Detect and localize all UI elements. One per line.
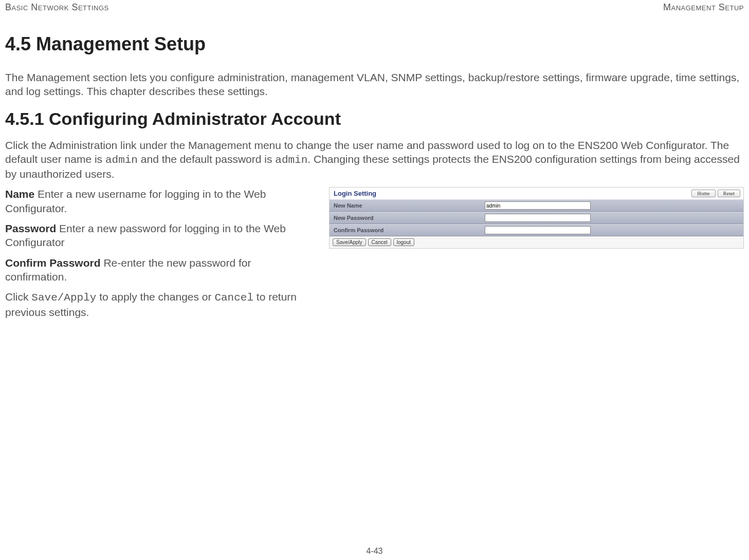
text: to apply the changes or bbox=[96, 291, 214, 303]
page-number: 4-43 bbox=[0, 547, 749, 556]
mono-text: Cancel bbox=[214, 292, 253, 304]
save-apply-button[interactable]: Save/Apply bbox=[333, 238, 366, 246]
text: and the default password is bbox=[138, 153, 275, 165]
new-password-input[interactable] bbox=[485, 214, 591, 222]
row-confirm-password: Confirm Password bbox=[330, 224, 743, 236]
term: Name bbox=[5, 188, 34, 200]
panel-title: Login Setting bbox=[334, 190, 376, 197]
label-new-password: New Password bbox=[330, 215, 483, 221]
definitions-column: Name Enter a new username for logging in… bbox=[5, 187, 314, 325]
running-header: Basic Network Settings Management Setup bbox=[5, 0, 744, 13]
apply-instruction: Click Save/Apply to apply the changes or… bbox=[5, 290, 314, 319]
row-new-password: New Password bbox=[330, 212, 743, 224]
text: Click bbox=[5, 291, 31, 303]
mono-text: Save/Apply bbox=[31, 292, 96, 304]
subsection-heading: 4.5.1 Configuring Administrator Account bbox=[5, 109, 744, 129]
logout-button[interactable]: logout bbox=[393, 238, 414, 246]
term: Password bbox=[5, 222, 56, 234]
header-right: Management Setup bbox=[663, 2, 744, 13]
login-setting-screenshot: Login Setting Home Reset New Name New Pa… bbox=[329, 187, 744, 249]
mono-text: admin bbox=[275, 154, 307, 166]
term: Confirm Password bbox=[5, 257, 101, 269]
confirm-password-input[interactable] bbox=[485, 226, 591, 234]
intro-paragraph: The Management section lets you configur… bbox=[5, 70, 744, 99]
mono-text: admin bbox=[105, 154, 138, 166]
label-new-name: New Name bbox=[330, 202, 483, 209]
row-new-name: New Name bbox=[330, 199, 743, 212]
cancel-button[interactable]: Cancel bbox=[368, 238, 391, 246]
definition-name: Name Enter a new username for logging in… bbox=[5, 187, 314, 215]
label-confirm-password: Confirm Password bbox=[330, 227, 483, 233]
new-name-input[interactable] bbox=[485, 201, 591, 210]
home-button[interactable]: Home bbox=[691, 190, 715, 197]
subsection-paragraph: Click the Administration link under the … bbox=[5, 138, 744, 181]
header-left: Basic Network Settings bbox=[5, 2, 109, 13]
description: Enter a new username for logging in to t… bbox=[5, 188, 266, 214]
definition-password: Password Enter a new password for loggin… bbox=[5, 221, 314, 250]
reset-button[interactable]: Reset bbox=[718, 190, 740, 197]
section-heading: 4.5 Management Setup bbox=[5, 33, 744, 55]
definition-confirm-password: Confirm Password Re-enter the new passwo… bbox=[5, 256, 314, 284]
